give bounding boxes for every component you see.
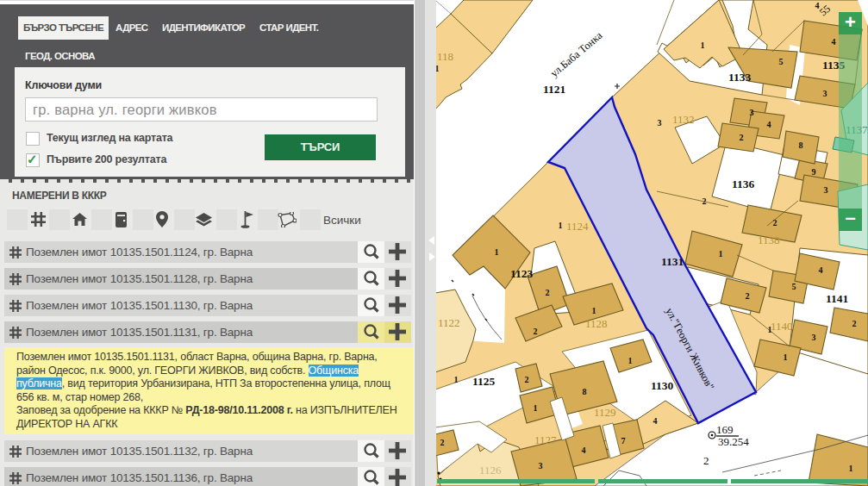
svg-text:5: 5: [779, 57, 784, 66]
svg-text:1: 1: [701, 40, 705, 50]
svg-text:2: 2: [534, 327, 538, 336]
svg-text:1: 1: [719, 249, 723, 259]
svg-text:2: 2: [525, 375, 529, 384]
svg-text:2: 2: [546, 288, 550, 297]
svg-text:ул.Баба Тонка: ул.Баба Тонка: [548, 29, 605, 80]
svg-text:1125: 1125: [472, 375, 496, 388]
svg-text:1121: 1121: [543, 83, 566, 96]
svg-text:1: 1: [559, 221, 563, 230]
svg-text:4: 4: [767, 120, 771, 129]
svg-text:2: 2: [703, 196, 707, 206]
svg-text:2: 2: [703, 454, 709, 467]
svg-text:1131: 1131: [661, 255, 684, 268]
svg-text:1132: 1132: [672, 113, 695, 126]
svg-text:3: 3: [658, 118, 662, 128]
svg-text:1: 1: [592, 306, 596, 315]
svg-text:1130: 1130: [651, 379, 674, 392]
svg-text:1141: 1141: [826, 292, 849, 305]
svg-text:2: 2: [773, 218, 777, 227]
svg-text:1124: 1124: [566, 220, 589, 233]
svg-text:7: 7: [621, 436, 626, 446]
svg-text:1: 1: [849, 464, 853, 473]
svg-text:3: 3: [812, 333, 816, 342]
svg-text:1126: 1126: [479, 464, 502, 477]
svg-text:1128: 1128: [585, 317, 608, 330]
svg-text:1: 1: [534, 403, 538, 413]
svg-text:8: 8: [799, 140, 803, 150]
svg-text:1122: 1122: [438, 316, 460, 329]
svg-text:1123: 1123: [510, 267, 534, 280]
svg-text:1127: 1127: [534, 433, 557, 446]
svg-text:8: 8: [583, 387, 587, 396]
svg-text:2: 2: [852, 319, 857, 328]
svg-text:9: 9: [812, 167, 816, 177]
svg-text:3: 3: [824, 185, 828, 195]
svg-text:1140: 1140: [771, 320, 793, 333]
svg-text:1: 1: [784, 352, 788, 362]
svg-text:1138: 1138: [758, 234, 780, 246]
svg-text:3: 3: [539, 461, 543, 470]
svg-text:2: 2: [746, 291, 750, 301]
svg-text:39.254: 39.254: [718, 435, 749, 448]
svg-text:4: 4: [653, 416, 658, 426]
svg-text:1: 1: [768, 325, 772, 334]
svg-text:4: 4: [832, 37, 836, 47]
svg-text:1: 1: [628, 356, 633, 365]
svg-text:1136: 1136: [732, 178, 755, 190]
svg-text:1: 1: [495, 247, 499, 257]
svg-text:118: 118: [437, 50, 453, 63]
svg-text:5: 5: [792, 282, 796, 291]
svg-text:4: 4: [819, 265, 823, 275]
svg-text:1129: 1129: [594, 406, 616, 419]
svg-text:1133: 1133: [728, 71, 752, 84]
svg-text:1: 1: [436, 64, 440, 73]
svg-text:3: 3: [750, 108, 754, 117]
svg-text:169: 169: [716, 423, 734, 436]
svg-text:2: 2: [440, 438, 445, 447]
svg-text:3: 3: [823, 89, 827, 98]
svg-text:4: 4: [582, 446, 586, 455]
svg-text:1: 1: [454, 375, 459, 384]
svg-text:2: 2: [740, 133, 744, 142]
